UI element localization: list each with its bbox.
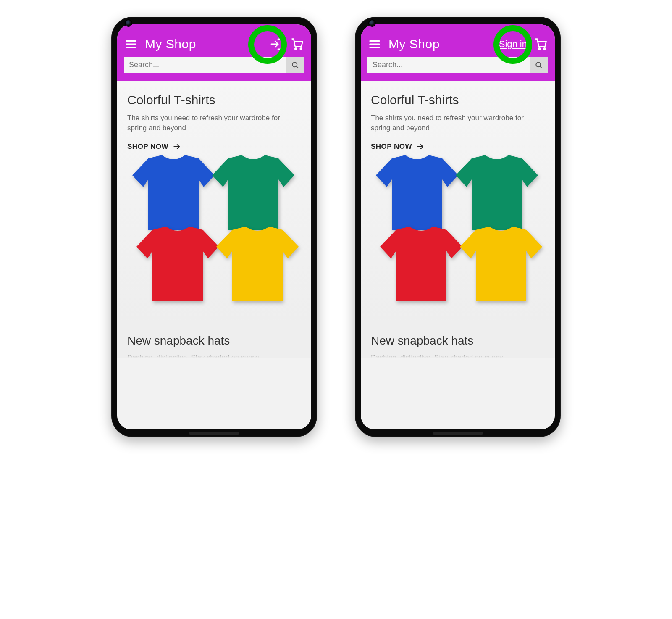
phone-camera xyxy=(126,20,131,26)
hero-section-tshirts: Colorful T-shirts The shirts you need to… xyxy=(117,81,311,322)
shop-now-button[interactable]: SHOP NOW xyxy=(371,142,545,151)
main-content: Colorful T-shirts The shirts you need to… xyxy=(361,81,555,429)
svg-point-5 xyxy=(300,48,302,50)
brand-title: My Shop xyxy=(388,37,440,51)
search-button[interactable] xyxy=(530,57,548,73)
shop-now-label: SHOP NOW xyxy=(127,142,168,151)
hats-subtitle-partial: Dashing, distinctive. Stay shaded on sun… xyxy=(371,353,545,358)
hamburger-menu-icon[interactable] xyxy=(124,37,138,51)
hamburger-menu-icon[interactable] xyxy=(368,37,382,51)
main-content: Colorful T-shirts The shirts you need to… xyxy=(117,81,311,429)
hero-section-hats: New snapback hats Dashing, distinctive. … xyxy=(117,322,311,358)
tshirt-blue xyxy=(375,154,459,234)
hero-subtitle: The shirts you need to refresh your ward… xyxy=(127,113,301,133)
hats-title: New snapback hats xyxy=(371,334,545,348)
search-bar xyxy=(368,57,548,73)
phone-screen: My Shop xyxy=(117,24,311,429)
tshirt-yellow xyxy=(215,226,299,306)
phone-screen: My Shop Sign in Colorf xyxy=(361,24,555,429)
shop-now-button[interactable]: SHOP NOW xyxy=(127,142,301,151)
brand-title: My Shop xyxy=(145,37,196,51)
svg-line-7 xyxy=(297,66,298,68)
tshirt-yellow xyxy=(459,226,543,306)
tshirt-blue xyxy=(131,154,215,234)
hero-section-tshirts: Colorful T-shirts The shirts you need to… xyxy=(361,81,555,322)
hero-section-hats: New snapback hats Dashing, distinctive. … xyxy=(361,322,555,358)
hero-subtitle: The shirts you need to refresh your ward… xyxy=(371,113,545,133)
tshirts-image xyxy=(127,154,301,314)
app-header: My Shop xyxy=(117,24,311,81)
phone-mockup-left: My Shop xyxy=(111,17,317,437)
search-bar xyxy=(124,57,304,73)
tshirts-image xyxy=(371,154,545,314)
tshirt-green xyxy=(455,154,539,234)
arrow-right-icon xyxy=(416,142,425,151)
hats-title: New snapback hats xyxy=(127,334,301,348)
phone-mockup-right: My Shop Sign in Colorf xyxy=(355,17,561,437)
search-button[interactable] xyxy=(286,57,304,73)
phone-camera xyxy=(369,20,375,26)
search-input[interactable] xyxy=(124,57,286,73)
hats-subtitle-partial: Dashing, distinctive. Stay shaded on sun… xyxy=(127,353,301,358)
shop-now-label: SHOP NOW xyxy=(371,142,412,151)
svg-point-4 xyxy=(295,48,297,50)
svg-line-15 xyxy=(540,66,542,68)
app-header: My Shop Sign in xyxy=(361,24,555,81)
cart-icon[interactable] xyxy=(534,37,548,51)
top-bar: My Shop xyxy=(124,37,304,51)
tshirt-red xyxy=(136,226,220,306)
cart-icon[interactable] xyxy=(290,37,304,51)
login-icon[interactable] xyxy=(269,37,284,51)
sign-in-link[interactable]: Sign in xyxy=(499,39,527,50)
hero-title: Colorful T-shirts xyxy=(371,93,545,107)
tshirt-red xyxy=(379,226,463,306)
tshirt-green xyxy=(211,154,295,234)
arrow-right-icon xyxy=(173,142,181,151)
hero-title: Colorful T-shirts xyxy=(127,93,301,107)
search-input[interactable] xyxy=(368,57,530,73)
svg-point-12 xyxy=(538,48,540,50)
top-bar: My Shop Sign in xyxy=(368,37,548,51)
svg-point-13 xyxy=(544,48,546,50)
